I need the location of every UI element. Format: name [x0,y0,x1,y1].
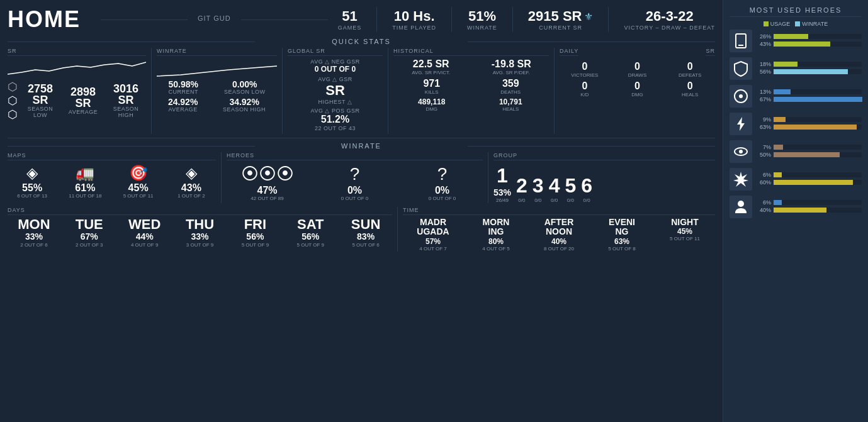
map-sub-0: 6 OUT OF 13 [8,193,57,199]
record-label: VICTORY – DRAW – DEFEAT [624,25,715,31]
day-mon-pct: 33% [8,231,60,242]
day-wed-sub: 4 OUT OF 9 [118,242,171,248]
header-stats: 51 GAMES 10 Hs. TIME PLAYED 51% WINRATE … [338,7,715,32]
header-line [101,19,188,20]
gsr-main-sub: AVG △ GSR [288,76,383,82]
hero-bars-5: 6% 60% [755,172,862,187]
wr-bar-fill-1 [774,69,848,74]
daily-vict-val: 0 [560,61,610,72]
daily-draws-val: 0 [612,61,663,72]
sr-avg-label: AVERAGE [63,109,103,115]
wr-bar-fill-0 [774,42,830,47]
legend-winrate-label: WINRATE [802,21,828,27]
day-mon-sub: 2 OUT OF 6 [8,242,60,248]
hero-avatar-5 [730,168,752,191]
time-evening: EVENI NG 63% 5 OUT OF 8 [592,218,652,252]
legend-winrate-dot [795,21,800,26]
wr-bar-row-2: 67% [755,96,862,103]
hero-bars-3: 9% 63% [755,116,862,131]
map-item-1: 🚛 61% 11 OUT OF 18 [60,164,110,199]
games-stat: 51 GAMES [338,8,362,31]
gsr-note: HIGHEST △ [288,99,383,105]
header: HOME GIT GUD 51 GAMES 10 Hs. TIME PLAYED… [8,6,715,33]
group-num-4: 4 [549,174,560,197]
gsr-neg-sub: AVG △ NEG GSR [288,58,383,65]
time-value: 10 Hs. [392,8,436,25]
day-wed-pct: 44% [118,231,171,242]
wr-values: 50.98% CURRENT 0.00% SEASON LOW [157,80,277,95]
time-block: TIME MADR UGADA 57% 4 OUT OF 7 MORN ING … [398,207,715,252]
wr-bar-bg-0 [774,42,862,47]
time-madrug-name: MADR UGADA [403,218,463,237]
rp-legend: USAGE WINRATE [730,21,862,27]
daily-sr-label: SR [706,48,715,56]
time-madrug: MADR UGADA 57% 4 OUT OF 7 [403,218,463,252]
usage-bar-bg-0 [774,34,862,39]
wr-pct-0: 43% [755,41,771,47]
wr-low-val: 0.00% [224,80,266,89]
time-morning-name: MORN ING [466,218,526,237]
sr-high: 3016 SR SEASON HIGH [106,83,146,118]
day-tue-name: TUE [63,218,116,231]
daily-stats: 0 VICTORIES 0 DRAWS 0 DEFEATS 0 K/D [560,61,715,97]
hero-entry-0: 26% 43% [730,30,862,52]
usage-bar-bg-4 [774,145,862,150]
wr-bar-row-4: 50% [755,152,862,158]
time-madrug-pct: 57% [403,237,463,246]
historical-block: HISTORICAL 22.5 SR AVG. SR P/VICT. -19.8… [388,48,549,134]
hero-entry-3: 9% 63% [730,113,862,135]
map-sub-1: 11 OUT OF 18 [60,193,110,199]
winrate-value: 51% [467,8,497,25]
hist-kills-sub: KILLS [393,89,470,95]
usage-bar-fill-2 [774,89,791,94]
usage-pct-4: 7% [755,144,771,150]
wr-bar-bg-5 [774,180,862,185]
gsr-label: GLOBAL SR [288,48,383,56]
hero-list: 26% 43% 18% 56% [730,30,862,218]
heroes-row: ⦿⦿⦿ 47% 42 OUT OF 89 ? 0% 0 OUT OF 0 ? 0… [227,164,483,201]
usage-bar-bg-3 [774,117,862,122]
wr-high: 34.92% SEASON HIGH [223,97,266,113]
daily-draws: 0 DRAWS [612,61,663,78]
winrate-stat: 51% WINRATE [467,8,497,31]
hero-icon-0: ⦿⦿⦿ [227,164,308,184]
daily-vict-sub: VICTORIES [560,72,610,78]
time-afternoon-sub: 8 OUT OF 20 [529,246,589,252]
divider-4 [608,7,609,32]
hero-entry-4: 7% 50% [730,140,862,163]
hist-dmg: 489,118 DMG [393,97,470,112]
wr-high-label: SEASON HIGH [223,106,266,113]
group-5: 5 0/0 [565,174,576,203]
sr-low-val: 2758 SR [20,83,60,106]
hist-vict: 22.5 SR AVG. SR P/VICT. [393,58,469,75]
left-panel: HOME GIT GUD 51 GAMES 10 Hs. TIME PLAYED… [0,0,723,422]
daily-victories: 0 VICTORIES [560,61,610,78]
legend-usage-dot [764,21,769,26]
day-mon-name: MON [8,218,60,231]
wr-bar-fill-2 [774,97,862,102]
wr-bar-fill-3 [774,125,857,130]
svg-point-5 [739,150,743,153]
wr-bar-bg-1 [774,69,862,74]
day-tue-pct: 67% [63,231,116,242]
wr-bar-fill-5 [774,180,853,185]
page-title: HOME [8,6,81,33]
hist-def-val: -19.8 SR [474,58,550,70]
hero-icon-2: ? [402,164,483,184]
usage-bar-fill-4 [774,145,783,150]
usage-bar-fill-0 [774,34,808,39]
hero-entry-1: 18% 56% [730,57,862,80]
winrate-label: WINRATE [467,25,497,31]
group-block: GROUP 1 53% 26/49 2 0/0 3 0/0 [488,152,715,203]
wr-high-val: 34.92% [223,97,266,106]
day-sun-sub: 5 OUT OF 6 [339,242,392,248]
time-evening-name: EVENI NG [592,218,652,237]
time-morning: MORN ING 80% 4 OUT OF 5 [466,218,526,252]
map-icon-2: 🎯 [114,164,163,182]
hero-pct-0: 47% [227,186,308,196]
sr-label: SR [8,48,146,56]
right-panel: MOST USED HEROES USAGE WINRATE 26% [723,0,868,422]
time-morning-sub: 4 OUT OF 5 [466,246,526,252]
daily-heals-val: 0 [665,81,715,92]
time-label: TIME PLAYED [392,25,436,31]
